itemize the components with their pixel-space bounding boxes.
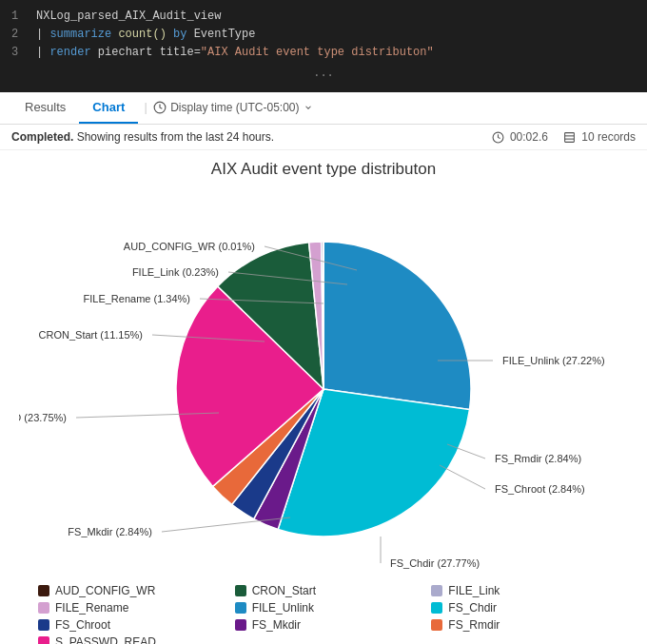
legend-color: [38, 585, 49, 596]
display-time-label: Display time (UTC-05:00): [170, 101, 299, 114]
legend-item: FS_Chroot: [38, 618, 216, 632]
code-content-3: | render piechart title="AIX Audit event…: [36, 44, 434, 62]
status-right: 00:02.6 10 records: [492, 130, 636, 144]
code-content-1: NXLog_parsed_AIX_Audit_view: [36, 8, 221, 26]
line-number-2: 2: [11, 26, 25, 44]
svg-text:FILE_Link (0.23%): FILE_Link (0.23%): [132, 266, 219, 278]
legend-item: FS_Mkdir: [235, 618, 413, 632]
legend-item: FILE_Link: [431, 584, 609, 597]
code-line-1: 1 NXLog_parsed_AIX_Audit_view: [11, 8, 636, 26]
tab-bar: Results Chart | Display time (UTC-05:00): [0, 92, 647, 125]
pie-chart-svg: AUD_CONFIG_WR (0.01%)FILE_Link (0.23%)FI…: [19, 194, 628, 575]
status-text: Completed. Showing results from the last…: [11, 130, 274, 144]
svg-line-19: [440, 465, 485, 489]
legend-color: [38, 636, 49, 644]
display-time-selector[interactable]: Display time (UTC-05:00): [153, 101, 312, 114]
legend-label: FILE_Unlink: [252, 601, 314, 615]
tab-divider: |: [142, 101, 149, 115]
legend-label: FS_Chdir: [448, 601, 497, 615]
svg-text:AUD_CONFIG_WR (0.01%): AUD_CONFIG_WR (0.01%): [124, 241, 255, 252]
chart-container: AIX Audit event type distributon AUD_CON…: [0, 150, 647, 644]
legend-color: [431, 585, 442, 596]
legend-label: FILE_Link: [448, 584, 500, 597]
code-line-2: 2 | summarize count() by EventType: [11, 26, 636, 44]
svg-text:FS_Chroot (2.84%): FS_Chroot (2.84%): [495, 483, 585, 495]
legend-item: FILE_Unlink: [235, 601, 413, 615]
legend-color: [235, 602, 246, 614]
svg-text:FILE_Rename (1.34%): FILE_Rename (1.34%): [84, 293, 191, 304]
legend-color: [38, 602, 49, 614]
tab-chart[interactable]: Chart: [79, 92, 138, 124]
code-line-3: 3 | render piechart title="AIX Audit eve…: [11, 44, 636, 62]
legend-label: S_PASSWD_READ: [55, 635, 156, 644]
legend-item: FS_Chdir: [431, 601, 609, 615]
line-number-3: 3: [11, 44, 25, 62]
status-completed: Completed.: [11, 130, 73, 144]
code-editor: 1 NXLog_parsed_AIX_Audit_view 2 | summar…: [0, 0, 647, 92]
clock-icon: [153, 101, 167, 114]
legend-item: CRON_Start: [235, 584, 413, 597]
legend-item: S_PASSWD_READ: [38, 635, 216, 644]
pie-chart-wrapper: AUD_CONFIG_WR (0.01%)FILE_Link (0.23%)FI…: [19, 194, 628, 575]
legend-item: FILE_Rename: [38, 601, 216, 615]
code-content-2: | summarize count() by EventType: [36, 26, 255, 44]
svg-text:CRON_Start (11.15%): CRON_Start (11.15%): [39, 329, 143, 341]
legend-label: CRON_Start: [252, 584, 316, 597]
legend-label: FS_Rmdir: [448, 618, 500, 632]
chevron-down-icon: [304, 103, 313, 112]
timer-icon: [492, 131, 504, 144]
svg-rect-2: [565, 133, 575, 143]
svg-text:FS_Chdir (27.77%): FS_Chdir (27.77%): [390, 557, 480, 569]
tab-results[interactable]: Results: [11, 92, 79, 124]
legend-item: AUD_CONFIG_WR: [38, 584, 216, 597]
chart-title: AIX Audit event type distributon: [19, 160, 628, 179]
legend-label: FS_Mkdir: [252, 618, 301, 632]
legend-color: [38, 619, 49, 631]
legend-color: [235, 619, 246, 631]
legend-color: [431, 619, 442, 631]
svg-text:FILE_Unlink (27.22%): FILE_Unlink (27.22%): [502, 355, 605, 366]
line-number-1: 1: [11, 8, 25, 26]
legend-item: FS_Rmdir: [431, 618, 609, 632]
status-bar: Completed. Showing results from the last…: [0, 125, 647, 150]
table-icon: [563, 131, 576, 144]
code-ellipsis: ...: [11, 63, 636, 85]
svg-text:FS_Rmdir (2.84%): FS_Rmdir (2.84%): [495, 453, 581, 464]
legend-color: [431, 602, 442, 614]
records-info: 10 records: [563, 130, 636, 144]
svg-text:FS_Mkdir (2.84%): FS_Mkdir (2.84%): [68, 526, 152, 537]
legend-color: [235, 585, 246, 596]
svg-text:S_PASSWD_READ (23.75%): S_PASSWD_READ (23.75%): [19, 412, 67, 423]
duration-info: 00:02.6: [492, 130, 548, 144]
legend-label: FILE_Rename: [55, 601, 128, 615]
legend-label: FS_Chroot: [55, 618, 110, 632]
status-showing: Showing results from the last 24 hours.: [77, 130, 274, 144]
chart-legend: AUD_CONFIG_WRCRON_StartFILE_LinkFILE_Ren…: [19, 575, 628, 644]
legend-label: AUD_CONFIG_WR: [55, 584, 155, 597]
